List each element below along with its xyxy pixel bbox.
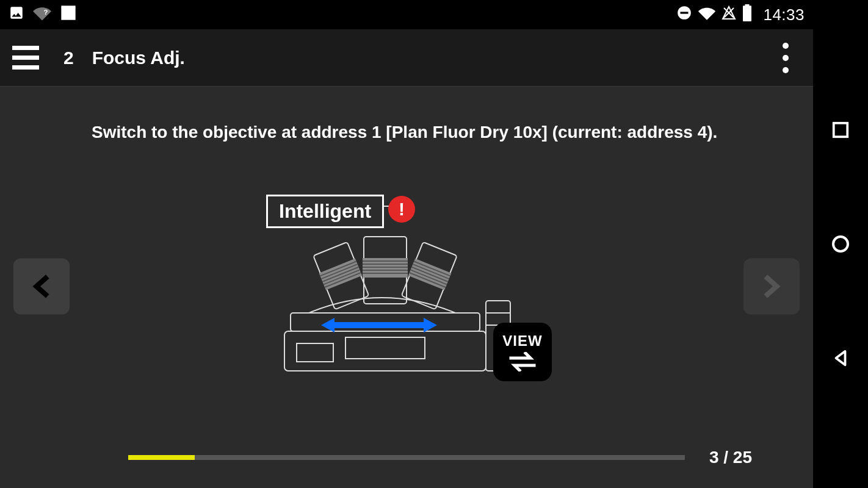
wifi-question-icon: ? — [33, 5, 51, 24]
step-number: 2 — [63, 48, 74, 68]
overflow-menu-button[interactable] — [770, 37, 801, 79]
progress-bar[interactable] — [128, 455, 685, 460]
view-toggle-button[interactable]: VIEW — [493, 323, 552, 381]
instruction-text: Switch to the objective at address 1 [Pl… — [0, 87, 813, 156]
app-square-icon — [60, 4, 77, 25]
svg-marker-38 — [424, 318, 437, 332]
dnd-icon — [676, 5, 692, 24]
svg-rect-39 — [834, 123, 848, 137]
picture-icon — [9, 5, 24, 24]
next-button[interactable] — [743, 259, 800, 315]
menu-button[interactable] — [12, 46, 39, 70]
svg-rect-5 — [745, 4, 750, 7]
svg-rect-3 — [681, 12, 689, 13]
alert-icon — [388, 196, 415, 223]
recent-apps-button[interactable] — [830, 119, 852, 141]
svg-rect-9 — [345, 337, 425, 359]
page-title: Focus Adj. — [92, 48, 185, 68]
previous-button[interactable] — [13, 259, 70, 315]
svg-rect-8 — [297, 343, 333, 362]
swap-icon — [507, 352, 538, 371]
slide-arrow-icon — [321, 317, 437, 334]
svg-rect-1 — [61, 5, 75, 20]
svg-text:?: ? — [44, 9, 48, 16]
app-header: 2 Focus Adj. — [0, 29, 813, 87]
status-bar: ? 14:33 — [0, 0, 813, 29]
back-button[interactable] — [830, 347, 852, 369]
view-button-label: VIEW — [502, 332, 542, 350]
no-signal-icon — [722, 5, 736, 24]
microscope-diagram: Intelligent — [272, 191, 541, 398]
battery-icon — [742, 4, 752, 25]
svg-rect-4 — [743, 5, 751, 21]
home-button[interactable] — [830, 233, 852, 255]
svg-point-40 — [833, 237, 848, 251]
svg-marker-37 — [321, 318, 335, 332]
page-counter: 3 / 25 — [709, 448, 776, 467]
clock-text: 14:33 — [763, 5, 805, 24]
intelligent-label: Intelligent — [266, 195, 384, 228]
progress-fill — [128, 455, 195, 460]
android-nav-bar — [813, 0, 868, 488]
wifi-icon — [698, 5, 715, 24]
